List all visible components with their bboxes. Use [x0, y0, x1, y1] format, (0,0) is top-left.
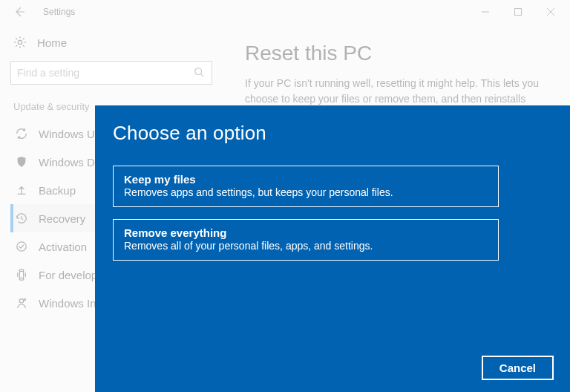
option-description: Removes all of your personal files, apps… — [124, 240, 488, 252]
option-remove-everything[interactable]: Remove everything Removes all of your pe… — [113, 219, 499, 261]
option-description: Removes apps and settings, but keeps you… — [124, 186, 488, 198]
settings-window: Settings Home Find a setting — [0, 0, 570, 392]
dialog-title: Choose an option — [113, 122, 552, 145]
reset-options-dialog: Choose an option Keep my files Removes a… — [95, 105, 570, 392]
option-title: Keep my files — [124, 173, 488, 186]
option-keep-my-files[interactable]: Keep my files Removes apps and settings,… — [113, 166, 499, 207]
cancel-button[interactable]: Cancel — [482, 356, 554, 380]
option-title: Remove everything — [124, 226, 488, 239]
